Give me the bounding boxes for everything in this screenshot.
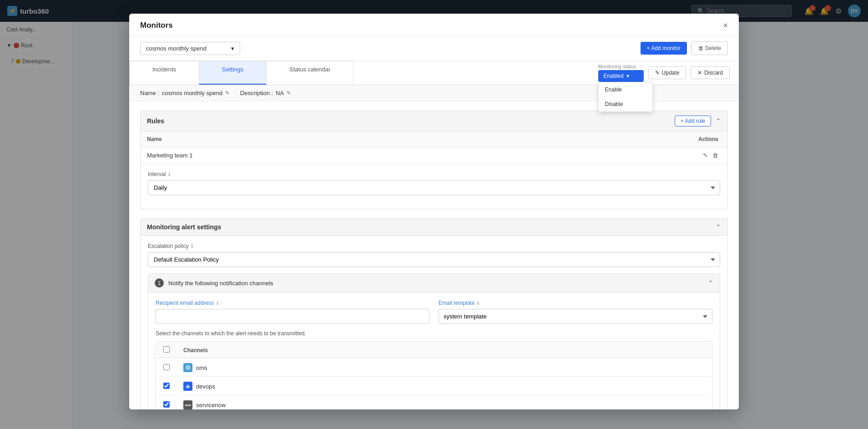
servicenow-label: servicenow: [196, 402, 226, 409]
servicenow-checkbox[interactable]: [163, 401, 170, 408]
monitors-modal: Monitors × cosmos monthly spend ▾ + Add …: [129, 14, 739, 409]
description-value: NA: [276, 90, 284, 96]
col-name: Name: [141, 131, 505, 147]
notify-content: Recipient email address ℹ Email template…: [148, 293, 720, 409]
alert-section-title: Monitoring alert settings: [147, 223, 221, 231]
discard-button[interactable]: ✕ Discard: [691, 66, 730, 79]
email-template-row: Recipient email address ℹ Email template…: [156, 300, 712, 324]
devops-checkbox[interactable]: [163, 383, 170, 389]
rules-collapse-icon[interactable]: ⌃: [716, 117, 721, 125]
monitoring-status-label: Monitoring status: [598, 64, 644, 69]
add-rule-button[interactable]: + Add rule: [675, 116, 711, 126]
rules-table: Name Actions Marketing team 1 ✎ 🗑: [140, 131, 728, 164]
servicenow-channel: now servicenow: [183, 400, 705, 409]
modal-title: Monitors: [140, 21, 173, 30]
channel-row-servicenow: now servicenow: [157, 396, 711, 409]
status-dropdown-menu: Enable Disable: [598, 82, 653, 112]
add-monitor-button[interactable]: + Add monitor: [641, 42, 687, 55]
recipient-info-icon: ℹ: [217, 300, 218, 306]
name-value: cosmos monthly spend: [162, 90, 222, 96]
servicenow-icon: now: [183, 400, 192, 409]
rules-section: Rules + Add rule ⌃ Name Actions: [140, 111, 728, 209]
rule-name: Marketing team 1: [141, 147, 505, 164]
oms-icon: [183, 363, 192, 372]
col-actions: Actions: [505, 131, 728, 147]
modal-header: Monitors ×: [129, 14, 739, 36]
devops-checkbox-cell: [157, 378, 176, 395]
status-dropdown[interactable]: Enabled ▾: [598, 70, 644, 82]
table-row: Marketing team 1 ✎ 🗑: [141, 147, 728, 164]
channels-table: Channels: [156, 341, 712, 409]
select-all-checkbox[interactable]: [163, 346, 170, 353]
col-channels: Channels: [177, 343, 711, 358]
status-option-disable[interactable]: Disable: [599, 97, 652, 111]
alert-content: Escalation policy ℹ Default Escalation P…: [140, 236, 728, 409]
discard-label: Discard: [704, 70, 723, 76]
oms-channel-cell: oms: [177, 359, 711, 377]
oms-checkbox[interactable]: [163, 364, 170, 370]
rule-detail: Interval ℹ Daily Weekly Monthly: [140, 164, 728, 209]
close-button[interactable]: ×: [723, 21, 728, 30]
alert-section: Monitoring alert settings ⌃ Escalation p…: [140, 218, 728, 409]
recipient-email-group: Recipient email address ℹ: [156, 300, 429, 324]
tab-settings[interactable]: Settings: [199, 61, 267, 85]
servicenow-channel-cell: now servicenow: [177, 396, 711, 409]
modal-scroll-content: Rules + Add rule ⌃ Name Actions: [129, 101, 739, 409]
notify-header-left: 1 Notify the following notification chan…: [155, 278, 273, 288]
update-icon: ✎: [655, 70, 660, 76]
update-label: Update: [662, 70, 680, 76]
chevron-down-icon: ▾: [626, 73, 629, 79]
rules-section-header: Rules + Add rule ⌃: [140, 111, 728, 131]
interval-select[interactable]: Daily Weekly Monthly: [148, 180, 720, 195]
escalation-group: Escalation policy ℹ Default Escalation P…: [148, 243, 720, 267]
alert-collapse-icon[interactable]: ⌃: [716, 223, 721, 231]
rule-edit-icon[interactable]: ✎: [703, 152, 708, 159]
description-field: Description : NA ✎: [240, 90, 291, 96]
escalation-select[interactable]: Default Escalation Policy: [148, 252, 720, 267]
tab-status-calendar[interactable]: Status calendar: [266, 61, 353, 85]
description-label: Description :: [240, 90, 273, 96]
interval-group: Interval ℹ Daily Weekly Monthly: [148, 171, 720, 195]
status-controls: Monitoring status Enabled ▾ Enable: [589, 61, 739, 85]
modal-overlay: Monitors × cosmos monthly spend ▾ + Add …: [0, 0, 868, 429]
notify-collapse-icon[interactable]: ⌃: [708, 279, 713, 287]
channel-row-devops: devops: [157, 378, 711, 395]
monitor-select[interactable]: cosmos monthly spend ▾: [140, 42, 240, 55]
name-edit-icon[interactable]: ✎: [225, 90, 229, 96]
devops-channel: devops: [183, 382, 705, 391]
tab-incidents[interactable]: Incidents: [129, 61, 199, 85]
delete-button[interactable]: 🗑 Delete: [691, 41, 728, 55]
template-select[interactable]: system template: [439, 309, 712, 324]
status-value: Enabled: [604, 73, 624, 79]
notify-number: 1: [155, 278, 164, 288]
rule-actions: ✎ 🗑: [512, 152, 718, 159]
toolbar-right: + Add monitor 🗑 Delete: [641, 41, 728, 55]
rules-section-actions: + Add rule ⌃: [675, 116, 721, 126]
devops-channel-cell: devops: [177, 378, 711, 395]
chevron-down-icon: ▾: [231, 45, 234, 52]
name-description-group: Name : cosmos monthly spend ✎ Descriptio…: [140, 90, 291, 96]
alert-section-header: Monitoring alert settings ⌃: [140, 218, 728, 236]
interval-info-icon: ℹ: [168, 172, 170, 177]
channels-text: Select the channels to which the alert n…: [156, 330, 712, 337]
devops-label: devops: [196, 383, 215, 390]
name-label: Name :: [140, 90, 159, 96]
oms-checkbox-cell: [157, 359, 176, 377]
notification-block: 1 Notify the following notification chan…: [148, 273, 720, 409]
recipient-email-input[interactable]: [156, 309, 429, 324]
recipient-label: Recipient email address ℹ: [156, 300, 429, 306]
monitor-select-value: cosmos monthly spend: [146, 45, 207, 52]
channel-row-oms: oms: [157, 359, 711, 377]
update-button[interactable]: ✎ Update: [648, 66, 686, 79]
svg-point-1: [187, 367, 189, 368]
email-template-group: Email template ℹ system template: [439, 300, 712, 324]
servicenow-checkbox-cell: [157, 396, 176, 409]
rule-delete-icon[interactable]: 🗑: [712, 152, 718, 159]
interval-label: Interval ℹ: [148, 171, 720, 177]
status-dropdown-wrapper: Enabled ▾ Enable Disable: [598, 70, 644, 82]
escalation-info-icon: ℹ: [191, 243, 193, 249]
template-info-icon: ℹ: [477, 300, 479, 306]
description-edit-icon[interactable]: ✎: [287, 90, 291, 96]
status-option-enable[interactable]: Enable: [599, 82, 652, 97]
rules-title: Rules: [147, 117, 164, 125]
